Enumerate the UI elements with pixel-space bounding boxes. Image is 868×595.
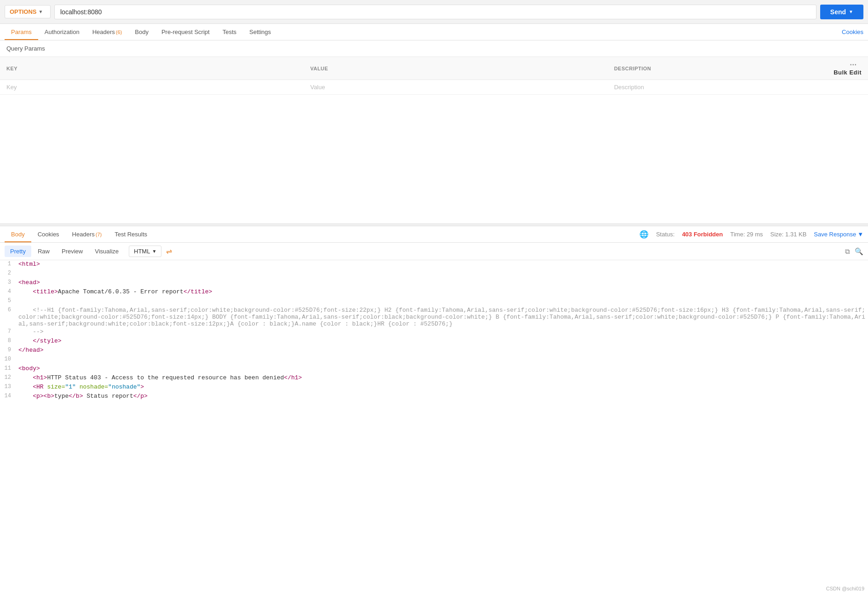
tab-tests[interactable]: Tests (216, 24, 243, 40)
format-tab-preview[interactable]: Preview (56, 246, 88, 257)
code-line-2: 2 (0, 269, 868, 279)
value-input-cell[interactable]: Value (304, 80, 607, 95)
code-area[interactable]: 1 <html> 2 3 <head> 4 <title>Apache Tomc… (0, 260, 868, 562)
size-label: Size: 1.31 KB (770, 231, 807, 238)
tab-prerequest[interactable]: Pre-request Script (155, 24, 216, 40)
save-response-button[interactable]: Save Response ▼ (814, 231, 863, 238)
code-line-4: 4 <title>Apache Tomcat/6.0.35 - Error re… (0, 288, 868, 297)
top-bar: OPTIONS ▼ Send ▼ (0, 0, 868, 24)
code-line-14: 14 <p><b>type</b> Status report</p> (0, 392, 868, 401)
tab-body[interactable]: Body (128, 24, 155, 40)
format-tab-pretty[interactable]: Pretty (5, 246, 31, 257)
format-tabs-bar: Pretty Raw Preview Visualize HTML ▼ ⇌ ⧉ … (0, 243, 868, 260)
format-tools-right: ⧉ 🔍 (845, 247, 863, 256)
params-table: KEY VALUE DESCRIPTION ··· Bulk Edit Key … (0, 57, 868, 95)
send-button[interactable]: Send ▼ (820, 5, 863, 19)
code-line-9: 9 </head> (0, 346, 868, 355)
time-label: Time: 29 ms (730, 231, 763, 238)
format-tab-raw[interactable]: Raw (32, 246, 55, 257)
more-options-icon[interactable]: ··· (850, 61, 857, 69)
col-header-key: KEY (0, 57, 304, 80)
col-header-actions: ··· Bulk Edit (825, 57, 868, 80)
tab-authorization[interactable]: Authorization (38, 24, 86, 40)
method-label: OPTIONS (10, 8, 37, 15)
method-selector[interactable]: OPTIONS ▼ (5, 5, 51, 18)
tab-params[interactable]: Params (5, 24, 38, 40)
code-line-1: 1 <html> (0, 260, 868, 269)
response-status: 🌐 Status: 403 Forbidden Time: 29 ms Size… (639, 230, 863, 239)
search-icon[interactable]: 🔍 (855, 247, 863, 256)
copy-icon[interactable]: ⧉ (845, 247, 850, 256)
response-tab-testresults[interactable]: Test Results (108, 226, 154, 242)
cookies-link[interactable]: Cookies (842, 24, 863, 40)
response-tabs-bar: Body Cookies Headers(7) Test Results 🌐 S… (0, 226, 868, 243)
code-line-11: 11 <body> (0, 365, 868, 374)
tab-settings[interactable]: Settings (243, 24, 277, 40)
method-chevron-icon: ▼ (39, 9, 43, 14)
globe-icon: 🌐 (639, 230, 649, 239)
key-input-cell[interactable]: Key (0, 80, 304, 95)
response-section: Body Cookies Headers(7) Test Results 🌐 S… (0, 226, 868, 562)
url-input[interactable] (54, 5, 816, 19)
status-code: 403 Forbidden (682, 231, 723, 238)
code-line-6: 6 <!--H1 {font-family:Tahoma,Arial,sans-… (0, 306, 868, 328)
response-tab-body[interactable]: Body (5, 226, 31, 242)
row-actions-cell (825, 80, 868, 95)
send-chevron-icon: ▼ (849, 9, 853, 14)
code-line-13: 13 <HR size="1" noshade="noshade"> (0, 383, 868, 392)
wrap-icon[interactable]: ⇌ (166, 247, 172, 256)
format-tab-visualize[interactable]: Visualize (89, 246, 124, 257)
query-params-label: Query Params (0, 40, 868, 57)
code-line-12: 12 <h1>HTTP Status 403 - Access to the r… (0, 374, 868, 383)
code-line-5: 5 (0, 297, 868, 306)
code-line-10: 10 (0, 355, 868, 365)
status-label: Status: (656, 231, 674, 238)
code-line-3: 3 <head> (0, 279, 868, 288)
bulk-edit-button[interactable]: Bulk Edit (834, 69, 862, 76)
code-line-8: 8 </style> (0, 337, 868, 346)
save-response-chevron-icon: ▼ (857, 231, 863, 238)
col-header-value: VALUE (304, 57, 607, 80)
code-line-7: 7 --> (0, 328, 868, 337)
request-tabs: Params Authorization Headers(6) Body Pre… (0, 24, 868, 40)
response-tab-headers[interactable]: Headers(7) (66, 226, 109, 242)
response-tab-cookies[interactable]: Cookies (31, 226, 66, 242)
format-chevron-icon: ▼ (152, 249, 156, 254)
request-empty-area (0, 95, 868, 223)
tab-headers[interactable]: Headers(6) (86, 24, 129, 40)
description-input-cell[interactable]: Description (608, 80, 825, 95)
col-header-description: DESCRIPTION (608, 57, 825, 80)
corner-label: CSDN @schi019 (826, 586, 864, 591)
format-selector[interactable]: HTML ▼ (129, 246, 161, 257)
table-row: Key Value Description (0, 80, 868, 95)
send-label: Send (830, 8, 846, 16)
